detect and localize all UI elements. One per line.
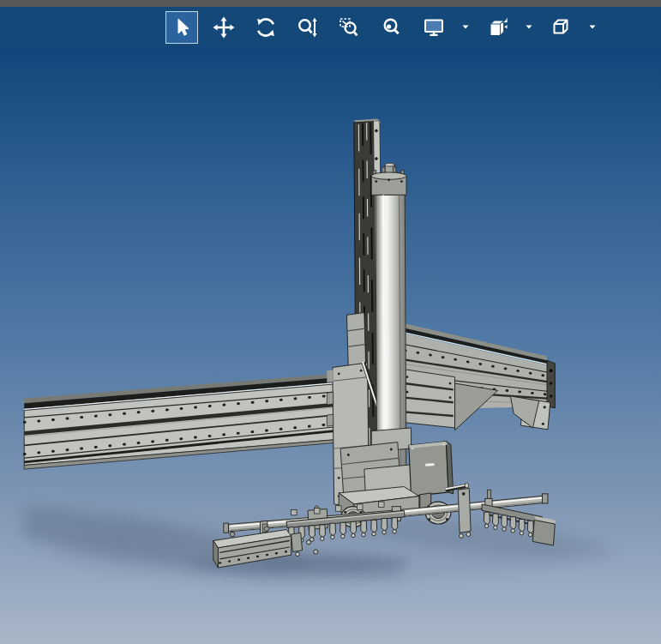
- chevron-down-icon: [589, 25, 596, 29]
- select-button[interactable]: [165, 11, 198, 44]
- zoom-window-icon: [339, 16, 361, 39]
- zoom-icon: [297, 16, 319, 39]
- zoom-button[interactable]: [291, 11, 324, 44]
- home-view-cube-icon: [550, 16, 572, 39]
- navigation-toolbar: [0, 7, 661, 47]
- zoom-selected-icon: [381, 16, 403, 39]
- look-at-button[interactable]: [481, 11, 514, 44]
- home-view-dropdown[interactable]: [586, 11, 598, 44]
- pan-button[interactable]: [207, 11, 240, 44]
- 3d-viewport[interactable]: [0, 47, 661, 644]
- display-mode-icon: [423, 16, 445, 39]
- display-mode-dropdown[interactable]: [460, 11, 472, 44]
- look-at-icon: [486, 16, 508, 39]
- orbit-icon: [255, 16, 277, 39]
- pan-icon: [213, 16, 235, 39]
- left-beam: [24, 374, 334, 469]
- home-view-button[interactable]: [544, 11, 577, 44]
- orbit-button[interactable]: [249, 11, 282, 44]
- display-mode-button[interactable]: [418, 11, 450, 44]
- window-chrome-strip: [0, 0, 661, 7]
- zoom-selected-button[interactable]: [376, 11, 408, 44]
- select-cursor-icon: [171, 16, 193, 39]
- look-at-dropdown[interactable]: [523, 11, 535, 44]
- zoom-window-button[interactable]: [334, 11, 366, 44]
- chevron-down-icon: [526, 25, 532, 29]
- gantry-machine-model: [0, 47, 661, 644]
- chevron-down-icon: [462, 25, 469, 29]
